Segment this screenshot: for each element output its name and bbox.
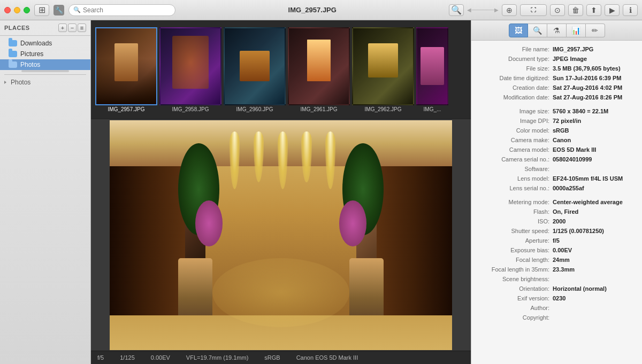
thumb-label-2: IMG_2958.JPG xyxy=(172,106,209,112)
settings-place-button[interactable]: ≡ xyxy=(78,24,86,32)
info-value-14: EF24-105mm f/4L IS USM xyxy=(553,175,623,182)
tab-edit[interactable]: ✏ xyxy=(586,24,605,37)
info-label-14: Lens model: xyxy=(478,175,553,182)
titlebar-right-controls: 🔍 ◀──────▶ ⊕ ⛶ ⊙ 🗑 ⬆ ▶ ℹ xyxy=(449,4,638,16)
zoom-slider[interactable]: ◀──────▶ xyxy=(467,7,499,13)
tab-histogram[interactable]: 📊 xyxy=(567,24,586,37)
tab-image[interactable]: 🖼 xyxy=(509,24,528,37)
thumb-label-4: IMG_2961.JPG xyxy=(301,106,338,112)
main-image-area[interactable] xyxy=(91,119,471,351)
info-row-8: Image DPI:72 pixel/in xyxy=(471,117,642,126)
thumbnail-3[interactable]: IMG_2960.JPG xyxy=(224,27,286,112)
minimize-button[interactable] xyxy=(14,7,20,13)
search-bar[interactable]: 🔍 xyxy=(68,4,175,16)
zoom-out-button[interactable]: 🔍 xyxy=(449,4,464,16)
sidebar-item-pictures[interactable]: Pictures xyxy=(0,49,90,59)
info-row-24: Focal length in 35mm:23.3mm xyxy=(471,265,642,275)
tab-filter[interactable]: ⚗ xyxy=(547,24,567,37)
thumb-label-6: IMG_... xyxy=(424,106,441,112)
sidebar: Places + − ≡ Downloads Pictures Photos xyxy=(0,20,91,364)
info-label-2: File size: xyxy=(478,65,553,72)
thumbnail-5[interactable]: IMG_2962.JPG xyxy=(352,27,414,112)
share-button[interactable]: ⬆ xyxy=(586,4,601,16)
info-row-19: ISO:2000 xyxy=(471,217,642,227)
info-value-12: 058024010999 xyxy=(553,156,592,162)
tab-search[interactable]: 🔍 xyxy=(528,24,547,37)
info-row-26: Orientation:Horizontal (normal) xyxy=(471,284,642,294)
info-button[interactable]: ℹ xyxy=(623,4,638,16)
info-value-15: 0000a255af xyxy=(553,185,584,191)
maximize-button[interactable] xyxy=(24,7,30,13)
titlebar: ⊞ 🔧 🔍 IMG_2957.JPG 🔍 ◀──────▶ ⊕ ⛶ ⊙ 🗑 ⬆ … xyxy=(0,0,642,20)
thumb-label-5: IMG_2962.JPG xyxy=(365,106,402,112)
info-label-11: Camera model: xyxy=(478,146,553,153)
info-row-21: Aperture:f/5 xyxy=(471,236,642,246)
thumbnail-2[interactable]: IMG_2958.JPG xyxy=(159,27,221,112)
info-content: File name:IMG_2957.JPGDocument type:JPEG… xyxy=(471,41,642,364)
search-input[interactable] xyxy=(83,6,171,14)
info-label-28: Author: xyxy=(478,305,553,311)
sidebar-header: Places + − ≡ xyxy=(0,20,90,36)
info-value-0: IMG_2957.JPG xyxy=(553,46,593,52)
info-row-15: Lens serial no.:0000a255af xyxy=(471,184,642,193)
expand-triangle-icon xyxy=(4,81,6,84)
add-place-button[interactable]: + xyxy=(58,24,67,32)
status-bar: f/5 1/125 0.00EV VFL=19.7mm (19.1mm) sRG… xyxy=(91,351,471,364)
info-label-29: Copyright: xyxy=(478,314,553,321)
sidebar-group-photos[interactable]: Photos xyxy=(0,77,90,88)
info-spacer-6 xyxy=(471,103,642,107)
info-row-5: Modification date:Sat 27-Aug-2016 8:26 P… xyxy=(471,93,642,103)
info-row-0: File name:IMG_2957.JPG xyxy=(471,45,642,55)
info-row-9: Color model:sRGB xyxy=(471,126,642,136)
window-title: IMG_2957.JPG xyxy=(180,6,445,14)
info-row-22: Exposure bias:0.00EV xyxy=(471,246,642,255)
status-aperture: f/5 xyxy=(97,354,104,361)
info-value-10: Canon xyxy=(553,137,571,143)
places-label: Places xyxy=(4,25,30,31)
thumbnail-1[interactable]: IMG_2957.JPG xyxy=(95,27,157,112)
status-shutter: 1/125 xyxy=(120,354,135,361)
info-value-5: Sat 27-Aug-2016 8:26 PM xyxy=(553,94,622,100)
info-row-23: Focal length:24mm xyxy=(471,255,642,265)
info-value-20: 1/125 (0.00781250) xyxy=(553,228,604,234)
info-label-22: Exposure bias: xyxy=(478,247,553,253)
info-value-7: 5760 x 3840 = 22.1M xyxy=(553,108,608,114)
info-label-10: Camera make: xyxy=(478,137,553,143)
remove-place-button[interactable]: − xyxy=(68,24,77,32)
info-row-11: Camera model:EOS 5D Mark III xyxy=(471,145,642,155)
main-area: Places + − ≡ Downloads Pictures Photos xyxy=(0,20,642,364)
sidebar-item-photos[interactable]: Photos xyxy=(0,59,90,70)
info-value-19: 2000 xyxy=(553,218,565,224)
info-value-22: 0.00EV xyxy=(553,247,572,253)
info-row-3: Date time digitized:Sun 17-Jul-2016 6:39… xyxy=(471,74,642,83)
info-value-9: sRGB xyxy=(553,127,569,134)
info-row-13: Software: xyxy=(471,165,642,174)
thumbnail-6[interactable]: IMG_... xyxy=(416,27,448,112)
info-row-7: Image size:5760 x 3840 = 22.1M xyxy=(471,107,642,117)
zoom-in-button[interactable]: ⊕ xyxy=(502,4,517,16)
sidebar-label-downloads: Downloads xyxy=(20,40,52,47)
thumbnail-strip: IMG_2957.JPG IMG_2958.JPG IMG_2960.JPG xyxy=(91,20,471,119)
info-value-8: 72 pixel/in xyxy=(553,118,581,124)
info-spacer-16 xyxy=(471,193,642,198)
sidebar-item-downloads[interactable]: Downloads xyxy=(0,38,90,49)
sidebar-scrollbar[interactable] xyxy=(21,70,69,72)
trash-button[interactable]: 🗑 xyxy=(568,4,583,16)
info-panel: 🖼 🔍 ⚗ 📊 ✏ File name:IMG_2957.JPGDocument… xyxy=(471,20,642,364)
sidebar-group-label: Photos xyxy=(11,79,30,86)
sidebar-controls: + − ≡ xyxy=(58,24,86,32)
info-label-27: Exif version: xyxy=(478,295,553,301)
info-label-12: Camera serial no.: xyxy=(478,156,553,162)
sidebar-items: Downloads Pictures Photos Photos xyxy=(0,36,90,364)
thumbnail-4[interactable]: IMG_2961.JPG xyxy=(288,27,350,112)
info-label-5: Modification date: xyxy=(478,94,553,100)
info-label-3: Date time digitized: xyxy=(478,75,553,81)
close-button[interactable] xyxy=(4,7,11,13)
info-label-0: File name: xyxy=(478,46,553,52)
actual-size-button[interactable]: ⊙ xyxy=(550,4,565,16)
slideshow-button[interactable]: ▶ xyxy=(605,4,620,16)
sidebar-toggle-button[interactable]: ⊞ xyxy=(34,4,49,16)
info-label-9: Color model: xyxy=(478,127,553,134)
fit-button[interactable]: ⛶ xyxy=(520,4,547,16)
info-row-4: Creation date:Sat 27-Aug-2016 4:02 PM xyxy=(471,83,642,93)
